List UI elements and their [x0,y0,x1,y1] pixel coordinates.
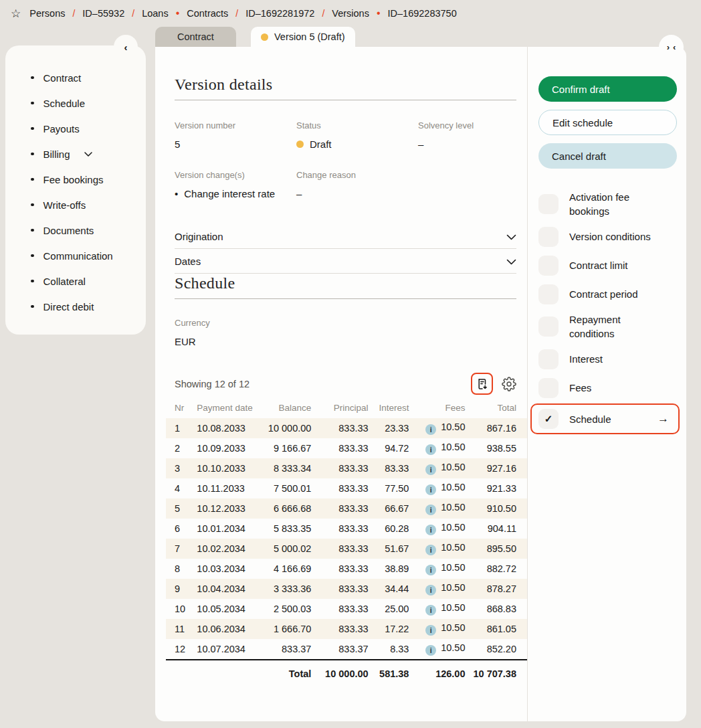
section-origination[interactable]: Origination [175,224,516,249]
confirm-draft-button[interactable]: Confirm draft [538,76,677,102]
cell-total: 861.05 [469,619,527,639]
schedule-table: NrPayment dateBalancePrincipalInterestFe… [166,400,527,687]
sidebar-item-collateral[interactable]: Collateral [31,268,146,294]
info-icon[interactable]: i [425,525,436,535]
fees-value: 10.50 [441,642,465,653]
sidebar-item-label: Direct debit [43,301,94,312]
checklist-item-activation-fee-bookings[interactable]: Activation fee bookings [538,186,677,222]
breadcrumb-item[interactable]: Contracts [187,8,228,19]
sidebar-item-write-offs[interactable]: Write-offs [31,192,146,217]
arrow-right-icon[interactable]: → [658,412,669,426]
checkbox-unchecked[interactable] [538,256,559,276]
tab-version-label: Version 5 (Draft) [274,27,345,47]
info-icon[interactable]: i [425,605,436,616]
cell-balance: 3 333.36 [264,579,316,599]
sidebar-item-contract[interactable]: Contract [31,65,146,90]
tab-contract[interactable]: Contract [155,27,236,47]
sidebar-item-label: Payouts [43,123,80,134]
info-icon[interactable]: i [425,565,436,575]
breadcrumb-item[interactable]: ID–1692283750 [388,8,457,19]
info-icon[interactable]: i [425,444,436,455]
breadcrumb-separator: / [72,8,75,19]
collapse-left-sidebar-button[interactable]: ‹ [114,35,138,59]
breadcrumb-item[interactable]: Persons [29,8,65,19]
table-row: 610.01.20345 833.35833.3360.28i10.50904.… [166,519,527,539]
cell-fees: i10.50 [413,418,469,438]
checkbox-unchecked[interactable] [538,378,559,398]
breadcrumb-item[interactable]: ID–55932 [82,8,124,19]
export-schedule-button[interactable] [471,373,493,395]
field-status: StatusDraft [296,120,418,150]
sidebar-item-documents[interactable]: Documents [31,217,146,243]
table-settings-button[interactable] [502,377,516,391]
info-icon[interactable]: i [425,464,436,475]
cell-blank [166,660,264,687]
cell-interest: 25.00 [373,599,413,619]
cancel-draft-button[interactable]: Cancel draft [538,143,677,169]
sidebar-item-label: Fee bookings [43,174,104,185]
cell-payment-date: 10.02.2034 [193,539,264,559]
table-row: 410.11.20337 500.01833.3377.50i10.50921.… [166,478,527,498]
cell-interest: 66.67 [373,498,413,519]
cell-fees: i10.50 [413,559,469,579]
checklist-item-version-conditions[interactable]: Version conditions [538,222,677,251]
cell-payment-date: 10.11.2033 [193,478,264,498]
checklist-item-fees[interactable]: Fees [538,373,677,402]
checklist-item-schedule[interactable]: ✓Schedule→ [530,403,680,434]
cell-interest: 60.28 [373,519,413,539]
section-chevron [506,231,516,242]
sidebar-item-schedule[interactable]: Schedule [31,90,146,116]
section-label: Dates [175,256,201,267]
breadcrumb-item[interactable]: ID–1692281972 [245,8,314,19]
cell-total: 938.55 [469,438,527,458]
info-icon[interactable]: i [425,545,436,555]
cell-principal: 833.33 [315,418,372,438]
sidebar-item-communication[interactable]: Communication [31,243,146,268]
cell-total: 910.50 [469,498,527,519]
checklist-item-contract-period[interactable]: Contract period [538,280,677,308]
cell-balance: 2 500.03 [264,599,316,619]
checkbox-unchecked[interactable] [538,284,559,304]
sidebar-item-direct-debit[interactable]: Direct debit [31,294,146,319]
checklist-item-contract-limit[interactable]: Contract limit [538,251,677,280]
checkbox-unchecked[interactable] [538,227,559,247]
sidebar-item-fee-bookings[interactable]: Fee bookings [31,167,146,192]
sidebar-item-payouts[interactable]: Payouts [31,116,146,141]
breadcrumb-separator: / [235,8,238,19]
breadcrumb-item[interactable]: Loans [142,8,169,19]
cell-nr: 1 [166,418,193,438]
info-icon[interactable]: i [425,484,436,495]
cell-principal: 833.33 [315,539,372,559]
section-chevron [506,256,516,267]
collapse-right-panel-button[interactable]: ›‹ [659,35,684,60]
checklist-item-repayment-conditions[interactable]: Repayment conditions [538,308,677,345]
info-icon[interactable]: i [425,625,436,636]
checklist-item-interest[interactable]: Interest [538,345,677,373]
cell-nr: 10 [166,599,193,619]
info-icon[interactable]: i [425,505,436,515]
cell-payment-date: 10.01.2034 [193,519,264,539]
bullet-icon [31,280,34,283]
info-icon[interactable]: i [425,585,436,596]
table-row: 710.02.20345 000.02833.3351.67i10.50895.… [166,539,527,559]
info-icon[interactable]: i [425,424,436,435]
info-icon[interactable]: i [425,645,436,656]
checkbox-unchecked[interactable] [538,194,559,214]
breadcrumb-item[interactable]: Versions [332,8,369,19]
total-fees: 126.00 [413,660,469,687]
section-dates[interactable]: Dates [175,249,516,274]
edit-schedule-button[interactable]: Edit schedule [538,110,677,135]
checkbox-checked[interactable]: ✓ [538,409,559,429]
tab-version-5-draft[interactable]: Version 5 (Draft) [251,27,355,47]
sidebar-item-billing[interactable]: Billing [31,141,146,167]
checkbox-unchecked[interactable] [538,316,559,337]
cell-fees: i10.50 [413,619,469,639]
checkbox-unchecked[interactable] [538,349,559,369]
cell-payment-date: 10.10.2033 [193,458,264,478]
column-header-fees: Fees [413,400,469,418]
field-label: Version number [175,120,296,130]
favorite-star-icon[interactable]: ☆ [11,8,21,19]
currency-value: EUR [175,336,516,347]
checklist-item-label: Interest [569,352,603,366]
field-label: Version change(s) [175,170,296,180]
